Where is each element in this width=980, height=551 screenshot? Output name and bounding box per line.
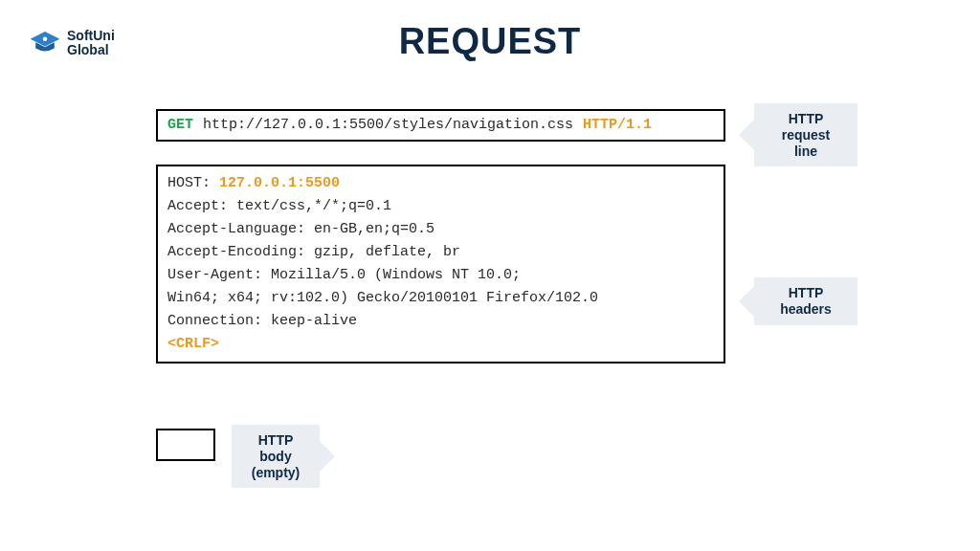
http-body-box [156,429,215,461]
slide: SoftUni Global REQUEST GET http://127.0.… [0,0,980,551]
arrow-right-icon [320,441,335,472]
arrow-left-icon [739,120,754,150]
page-title: REQUEST [0,21,980,62]
header-host: HOST: 127.0.0.1:5500 [167,172,714,195]
callout-headers: HTTP headers [739,277,858,325]
header-line: Accept: text/css,*/*;q=0.1 [167,195,714,218]
header-line: Accept-Encoding: gzip, deflate, br [167,241,714,264]
header-line: Connection: keep-alive [167,310,714,333]
http-headers-box: HOST: 127.0.0.1:5500 Accept: text/css,*/… [156,165,725,364]
http-url: http://127.0.0.1:5500/styles/navigation.… [203,114,573,137]
callout-label: HTTP headers [754,277,858,325]
header-host-value: 127.0.0.1:5500 [219,175,340,191]
header-line: Win64; x64; rv:102.0) Gecko/20100101 Fir… [167,287,714,310]
callout-body: HTTP body (empty) [232,425,335,488]
callout-request-line: HTTP request line [739,103,858,166]
callout-label: HTTP body (empty) [232,425,320,488]
crlf-marker: <CRLF> [167,333,714,356]
arrow-left-icon [739,286,754,317]
header-line: User-Agent: Mozilla/5.0 (Windows NT 10.0… [167,264,714,287]
http-request-line-box: GET http://127.0.0.1:5500/styles/navigat… [156,109,725,142]
callout-label: HTTP request line [754,103,858,166]
http-method: GET [167,114,193,137]
header-line: Accept-Language: en-GB,en;q=0.5 [167,218,714,241]
http-version: HTTP/1.1 [583,114,652,137]
